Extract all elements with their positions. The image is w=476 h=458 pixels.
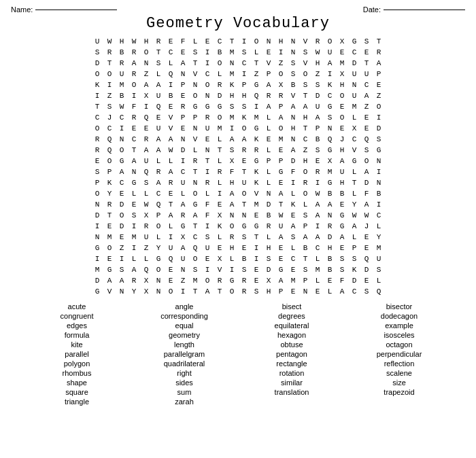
grid-cell: Q bbox=[250, 90, 262, 101]
grid-cell: T bbox=[360, 58, 373, 69]
grid-cell: L bbox=[165, 221, 177, 232]
grid-cell: N bbox=[262, 36, 275, 47]
word-item: similar bbox=[239, 378, 344, 387]
grid-cell: S bbox=[140, 177, 152, 188]
grid-cell: E bbox=[128, 123, 140, 134]
grid-cell: X bbox=[348, 123, 360, 134]
grid-cell: R bbox=[128, 275, 140, 286]
grid-cell: C bbox=[165, 47, 177, 58]
grid-cell: N bbox=[226, 210, 238, 221]
grid-cell: I bbox=[165, 80, 177, 90]
grid-cell: B bbox=[238, 253, 250, 264]
grid-cell: D bbox=[360, 264, 373, 275]
grid-cell: A bbox=[324, 58, 336, 69]
grid-cell: L bbox=[152, 232, 165, 243]
grid-row: NMEMULIXCSLRSTLASAADALEY bbox=[91, 232, 385, 243]
grid-cell: I bbox=[250, 243, 262, 253]
word-item: isosceles bbox=[347, 331, 452, 339]
grid-cell: S bbox=[336, 253, 348, 264]
grid-cell: M bbox=[128, 232, 140, 243]
grid-cell: L bbox=[152, 69, 165, 80]
grid-cell: C bbox=[214, 36, 226, 47]
grid-cell: H bbox=[262, 286, 275, 297]
grid-cell: A bbox=[311, 232, 324, 243]
grid-cell: O bbox=[103, 243, 116, 253]
word-item: size bbox=[347, 378, 452, 387]
grid-cell: Z bbox=[299, 145, 311, 156]
word-item: dodecagon bbox=[347, 312, 452, 320]
grid-cell: H bbox=[299, 156, 311, 166]
grid-cell: I bbox=[91, 90, 103, 101]
grid-cell: R bbox=[152, 166, 165, 177]
grid-cell: W bbox=[360, 210, 373, 221]
grid-cell: A bbox=[324, 199, 336, 210]
grid-cell: N bbox=[189, 80, 201, 90]
grid-cell: I bbox=[311, 221, 324, 232]
grid-cell: R bbox=[91, 134, 103, 145]
grid-cell: E bbox=[152, 112, 165, 123]
word-item: square bbox=[24, 388, 129, 396]
grid-cell: H bbox=[238, 90, 250, 101]
grid-cell: N bbox=[189, 123, 201, 134]
grid-cell: U bbox=[140, 232, 152, 243]
grid-cell: A bbox=[275, 275, 287, 286]
grid-cell: Z bbox=[373, 90, 385, 101]
grid-cell: V bbox=[299, 36, 311, 47]
grid-cell: Q bbox=[140, 264, 152, 275]
grid-cell: Q bbox=[165, 69, 177, 80]
grid-cell: N bbox=[262, 188, 275, 199]
grid-cell: Q bbox=[324, 134, 336, 145]
grid-cell: B bbox=[373, 188, 385, 199]
grid-cell: S bbox=[238, 101, 250, 112]
grid-cell: A bbox=[275, 188, 287, 199]
grid-cell: L bbox=[287, 188, 299, 199]
grid-cell: A bbox=[360, 166, 373, 177]
grid-cell: N bbox=[226, 58, 238, 69]
word-item: formula bbox=[24, 331, 129, 339]
grid-cell: E bbox=[336, 123, 348, 134]
grid-cell: M bbox=[91, 264, 103, 275]
grid-cell: G bbox=[250, 123, 262, 134]
grid-row: RQOTAAWDLNTSRRLEAZSGHVSG bbox=[91, 145, 385, 156]
grid-cell: I bbox=[201, 166, 214, 177]
grid-cell: H bbox=[336, 145, 348, 156]
grid-cell: A bbox=[189, 210, 201, 221]
grid-cell: E bbox=[238, 156, 250, 166]
grid-cell: U bbox=[177, 177, 189, 188]
grid-cell: O bbox=[152, 264, 165, 275]
grid-cell: G bbox=[128, 177, 140, 188]
grid-cell: S bbox=[373, 264, 385, 275]
grid-cell: S bbox=[360, 286, 373, 297]
grid-cell: O bbox=[336, 112, 348, 123]
word-item: length bbox=[132, 340, 237, 349]
grid-cell: I bbox=[226, 264, 238, 275]
grid-cell: P bbox=[152, 210, 165, 221]
grid-cell: E bbox=[311, 286, 324, 297]
grid-cell: V bbox=[165, 123, 177, 134]
grid-cell: S bbox=[311, 145, 324, 156]
grid-cell: L bbox=[214, 156, 226, 166]
grid-cell: E bbox=[360, 243, 373, 253]
grid-cell: N bbox=[299, 286, 311, 297]
grid-cell: X bbox=[214, 253, 226, 264]
grid-cell: T bbox=[250, 232, 262, 243]
word-item: triangle bbox=[24, 398, 129, 406]
grid-cell: N bbox=[140, 58, 152, 69]
grid-cell: N bbox=[189, 177, 201, 188]
grid-cell: K bbox=[250, 134, 262, 145]
grid-cell: D bbox=[360, 177, 373, 188]
grid-row: DAARXNEZMORGREXAMPLEFDEL bbox=[91, 275, 385, 286]
grid-cell: D bbox=[373, 123, 385, 134]
word-item: scalene bbox=[347, 369, 452, 377]
word-item: degrees bbox=[239, 312, 344, 320]
grid-cell: S bbox=[287, 232, 299, 243]
grid-cell: P bbox=[238, 80, 250, 90]
grid-cell: R bbox=[311, 36, 324, 47]
grid-cell: Z bbox=[116, 243, 128, 253]
grid-cell: G bbox=[152, 253, 165, 264]
grid-cell: A bbox=[336, 286, 348, 297]
grid-cell: A bbox=[348, 221, 360, 232]
grid-cell: E bbox=[250, 275, 262, 286]
grid-row: MGSAQOENSIVISEDGESMBSKDS bbox=[91, 264, 385, 275]
grid-cell: F bbox=[177, 36, 189, 47]
